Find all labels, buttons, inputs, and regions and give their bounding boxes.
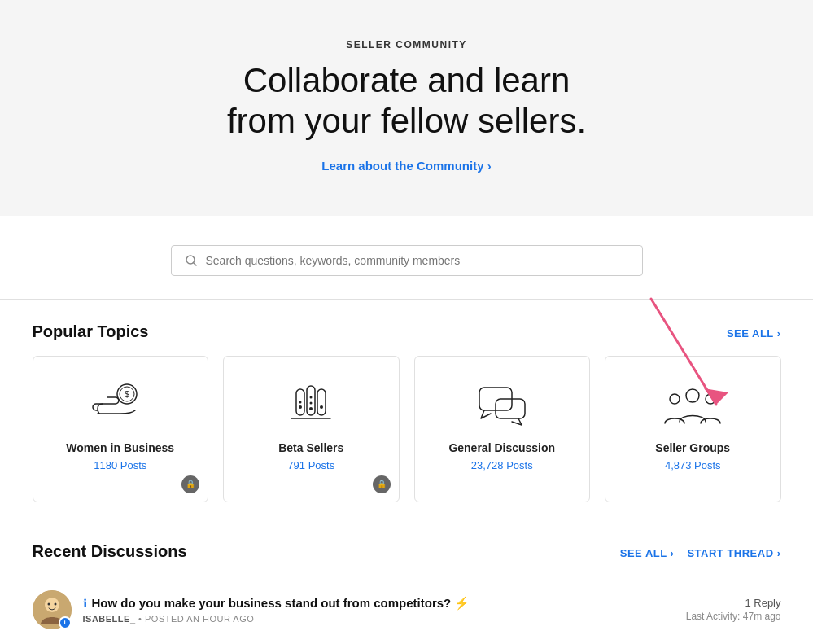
discussion-last-activity: Last Activity: 47m ago	[686, 611, 781, 622]
lock-badge: 🔒	[373, 475, 391, 493]
online-badge: i	[59, 616, 72, 629]
discussion-separator: •	[138, 614, 145, 624]
discussion-meta: ISABELLE_ • POSTED AN HOUR AGO	[83, 614, 675, 624]
topic-posts-seller-groups: 4,873 Posts	[665, 459, 721, 471]
svg-point-10	[299, 405, 302, 409]
main-content: Popular Topics SEE ALL › $	[16, 300, 798, 644]
svg-text:$: $	[125, 390, 129, 399]
discussion-replies: 1 Reply	[686, 597, 781, 609]
recent-actions: SEE ALL › START THREAD ›	[620, 547, 781, 559]
topic-card-women-in-business[interactable]: $ Women in Business 1180 Posts 🔒	[33, 356, 209, 502]
recent-discussions-section: Recent Discussions SEE ALL › START THREA…	[33, 519, 781, 644]
discussion-author: ISABELLE_	[83, 614, 136, 624]
discussion-item: i ℹ How do you make your business stand …	[33, 576, 781, 644]
hero-section: SELLER COMMUNITY Collaborate and learn f…	[0, 0, 813, 216]
topics-grid: $ Women in Business 1180 Posts 🔒	[33, 356, 781, 502]
popular-topics-title: Popular Topics	[33, 322, 149, 341]
hero-subtitle: SELLER COMMUNITY	[16, 39, 797, 50]
discussion-posted: POSTED AN HOUR AGO	[145, 614, 254, 624]
topic-card-beta-sellers[interactable]: Beta Sellers 791 Posts 🔒	[223, 356, 400, 502]
topic-posts-women-in-business: 1180 Posts	[94, 459, 146, 471]
svg-point-21	[706, 394, 715, 404]
women-in-business-icon: $	[88, 381, 153, 430]
discussion-title-row: ℹ How do you make your business stand ou…	[83, 596, 675, 611]
topic-posts-general-discussion: 23,728 Posts	[471, 459, 533, 471]
recent-discussions-title: Recent Discussions	[33, 542, 187, 561]
start-thread-link[interactable]: START THREAD ›	[687, 547, 780, 559]
topic-card-general-discussion[interactable]: General Discussion 23,728 Posts	[414, 356, 591, 502]
lock-badge: 🔒	[181, 475, 199, 493]
svg-line-1	[193, 262, 196, 265]
svg-rect-9	[317, 389, 326, 415]
topic-name-general-discussion: General Discussion	[448, 441, 555, 454]
discussion-activity: 1 Reply Last Activity: 47m ago	[686, 597, 781, 622]
search-input[interactable]	[206, 254, 629, 267]
general-discussion-icon	[470, 381, 535, 430]
svg-point-24	[47, 602, 50, 605]
svg-point-25	[54, 602, 56, 605]
recent-see-all[interactable]: SEE ALL ›	[620, 547, 675, 559]
svg-point-20	[670, 394, 680, 404]
discussion-title[interactable]: How do you make your business stand out …	[92, 596, 470, 611]
topic-posts-beta-sellers: 791 Posts	[287, 459, 334, 471]
hero-title: Collaborate and learn from your fellow s…	[16, 60, 797, 142]
svg-point-14	[310, 396, 313, 398]
seller-groups-icon	[660, 381, 725, 430]
learn-community-link[interactable]: Learn about the Community ›	[321, 159, 491, 173]
popular-topics-header: Popular Topics SEE ALL ›	[33, 300, 781, 356]
hero-title-line1: Collaborate and learn	[243, 61, 570, 99]
hero-title-line2: from your fellow sellers.	[227, 102, 586, 140]
topic-name-seller-groups: Seller Groups	[655, 441, 730, 454]
svg-point-11	[299, 401, 302, 403]
beta-sellers-icon	[278, 381, 343, 430]
search-box	[171, 245, 643, 276]
discussion-info: ℹ How do you make your business stand ou…	[83, 596, 675, 624]
svg-point-13	[310, 401, 313, 404]
svg-point-15	[320, 405, 323, 409]
svg-rect-8	[307, 386, 315, 415]
topic-card-seller-groups[interactable]: Seller Groups 4,873 Posts	[605, 356, 781, 502]
search-icon	[185, 254, 198, 267]
svg-point-19	[686, 389, 699, 402]
info-icon: ℹ	[83, 597, 87, 610]
avatar-wrap: i	[33, 590, 72, 629]
topic-name-beta-sellers: Beta Sellers	[278, 441, 343, 454]
svg-point-12	[309, 407, 313, 410]
popular-topics-see-all[interactable]: SEE ALL ›	[727, 327, 781, 340]
recent-discussions-header: Recent Discussions SEE ALL › START THREA…	[33, 519, 781, 576]
search-section	[0, 216, 813, 300]
topic-name-women-in-business: Women in Business	[66, 441, 174, 454]
